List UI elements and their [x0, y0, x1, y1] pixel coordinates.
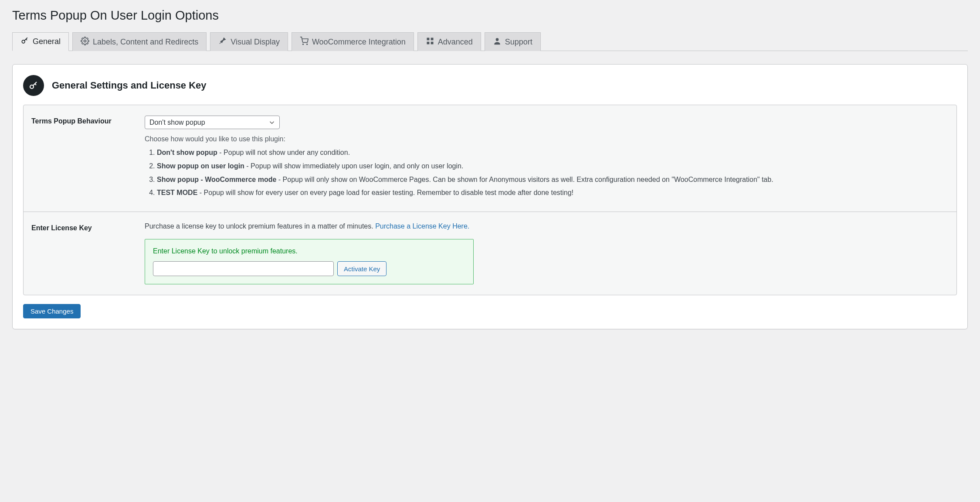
tab-general[interactable]: General: [12, 32, 69, 51]
tab-label: General: [33, 37, 61, 46]
tab-advanced[interactable]: Advanced: [417, 32, 481, 51]
section-header: General Settings and License Key: [13, 75, 967, 105]
behaviour-option-list: Don't show popup - Popup will not show u…: [145, 147, 949, 198]
tab-label: Advanced: [438, 38, 473, 47]
license-label: Enter License Key: [31, 222, 145, 232]
purchase-license-link[interactable]: Purchase a License Key Here.: [375, 222, 469, 230]
tab-label: Labels, Content and Redirects: [93, 38, 198, 47]
tab-label: WooCommerce Integration: [312, 38, 406, 47]
activate-key-button[interactable]: Activate Key: [337, 261, 387, 276]
section-title: General Settings and License Key: [52, 80, 207, 91]
list-item: Show popup on user login - Popup will sh…: [157, 161, 949, 172]
behaviour-helper: Choose how would you like to use this pl…: [145, 135, 949, 143]
license-intro: Purchase a license key to unlock premium…: [145, 222, 949, 230]
save-changes-button[interactable]: Save Changes: [23, 304, 81, 318]
tab-support[interactable]: Support: [485, 32, 541, 51]
key-icon: [23, 75, 44, 96]
settings-card: General Settings and License Key Terms P…: [12, 64, 968, 329]
svg-rect-7: [431, 41, 433, 44]
svg-rect-6: [427, 41, 429, 44]
row-terms-popup-behaviour: Terms Popup Behaviour Don't show popup C…: [24, 105, 956, 212]
tab-label: Visual Display: [231, 38, 280, 47]
svg-point-8: [495, 38, 498, 41]
widget-icon: [426, 37, 434, 48]
tab-label: Support: [505, 38, 532, 47]
svg-rect-5: [431, 38, 433, 40]
license-key-input[interactable]: [153, 261, 334, 276]
settings-group: Terms Popup Behaviour Don't show popup C…: [23, 105, 957, 295]
tab-woocommerce-integration[interactable]: WooCommerce Integration: [292, 32, 414, 51]
page-title: Terms Popup On User Login Options: [12, 4, 968, 24]
pin-icon: [218, 37, 227, 48]
list-item: Don't show popup - Popup will not show u…: [157, 147, 949, 158]
svg-rect-4: [427, 38, 429, 40]
tab-labels-content-redirects[interactable]: Labels, Content and Redirects: [72, 32, 207, 51]
svg-point-1: [84, 40, 86, 42]
settings-tabs: General Labels, Content and Redirects Vi…: [12, 32, 968, 51]
list-item: TEST MODE - Popup will show for every us…: [157, 188, 949, 198]
svg-point-3: [307, 44, 308, 44]
key-icon: [20, 36, 29, 47]
license-message: Enter License Key to unlock premium feat…: [153, 247, 465, 255]
cart-icon: [300, 37, 309, 48]
license-box: Enter License Key to unlock premium feat…: [145, 239, 474, 284]
row-enter-license-key: Enter License Key Purchase a license key…: [24, 212, 956, 295]
behaviour-label: Terms Popup Behaviour: [31, 116, 145, 125]
behaviour-select[interactable]: Don't show popup: [145, 116, 280, 129]
user-icon: [493, 37, 502, 48]
list-item: Show popup - WooCommerce mode - Popup wi…: [157, 174, 949, 185]
gear-icon: [81, 37, 89, 48]
svg-point-2: [303, 44, 304, 44]
tab-visual-display[interactable]: Visual Display: [210, 32, 288, 51]
